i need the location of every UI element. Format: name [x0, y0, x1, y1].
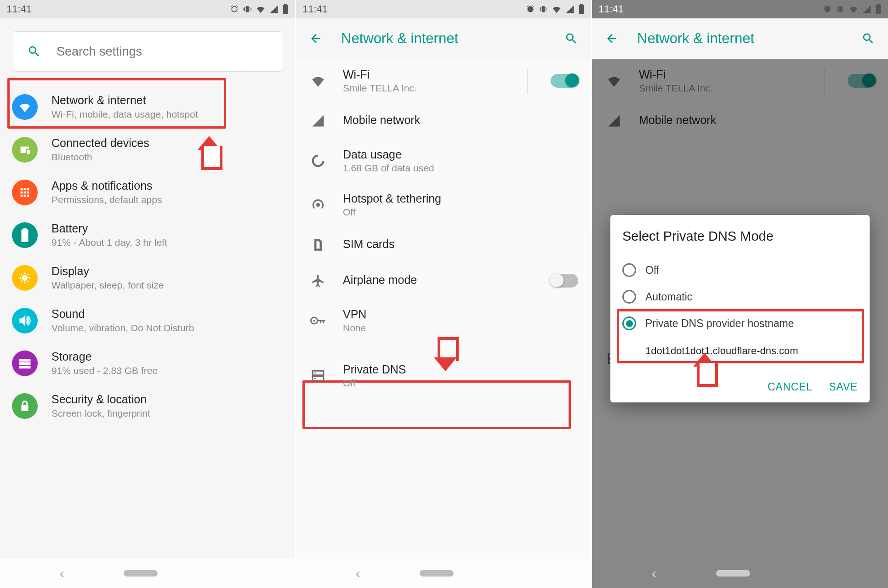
item-display[interactable]: DisplayWallpaper, sleep, font size: [0, 256, 295, 299]
storage-icon: [18, 356, 32, 370]
vpn-key-icon: [310, 315, 326, 326]
radio-off[interactable]: Off: [622, 257, 858, 283]
item-battery[interactable]: Battery91% - About 1 day, 3 hr left: [0, 214, 295, 256]
svg-point-0: [316, 203, 320, 207]
cancel-button[interactable]: CANCEL: [768, 381, 813, 393]
page-title: Network & internet: [341, 30, 546, 47]
battery-icon: [20, 228, 29, 242]
battery-icon: [875, 4, 882, 14]
item-sound[interactable]: SoundVolume, vibration, Do Not Disturb: [0, 299, 295, 342]
item-wifi[interactable]: Wi-FiSmile TELLA Inc.: [296, 59, 591, 103]
svg-point-2: [313, 320, 315, 322]
airplane-icon: [311, 273, 325, 288]
nav-bar: ‹: [296, 559, 591, 588]
nav-bar: ‹: [0, 559, 295, 588]
settings-list: Network & internetWi-Fi, mobile, data us…: [0, 76, 295, 559]
wifi-icon: [18, 100, 32, 114]
wifi-toggle[interactable]: [551, 74, 578, 88]
signal-icon: [565, 5, 575, 14]
nav-home[interactable]: [124, 570, 158, 577]
item-vpn[interactable]: VPNNone: [296, 299, 591, 343]
search-icon[interactable]: [861, 32, 875, 45]
item-hotspot[interactable]: Hotspot & tetheringOff: [296, 183, 591, 227]
status-bar: 11:41: [0, 0, 295, 18]
annotation-arrow: [693, 353, 716, 385]
devices-icon: [18, 143, 31, 156]
airplane-toggle[interactable]: [551, 274, 578, 288]
vibrate-icon: [539, 5, 548, 14]
save-button[interactable]: SAVE: [829, 381, 858, 393]
clock: 11:41: [6, 3, 32, 15]
wifi-icon: [256, 4, 266, 14]
item-network[interactable]: Network & internetWi-Fi, mobile, data us…: [0, 85, 295, 128]
data-usage-icon: [311, 153, 325, 168]
sound-icon: [18, 314, 31, 327]
svg-point-4: [314, 378, 316, 379]
nav-home[interactable]: [716, 570, 750, 577]
annotation-highlight: [617, 309, 864, 363]
item-data-usage[interactable]: Data usage1.68 GB of data used: [296, 139, 591, 183]
signal-icon: [311, 114, 325, 128]
wifi-icon: [552, 4, 562, 14]
radio-automatic[interactable]: Automatic: [622, 283, 858, 310]
hotspot-icon: [311, 198, 325, 212]
vibrate-icon: [836, 5, 845, 14]
svg-point-3: [314, 372, 316, 373]
search-icon: [27, 45, 41, 58]
nav-back[interactable]: ‹: [652, 565, 656, 581]
status-bar: 11:41: [592, 0, 888, 18]
item-mobile[interactable]: Mobile network: [296, 103, 591, 139]
back-icon[interactable]: [309, 32, 323, 45]
dns-icon: [311, 368, 325, 383]
app-bar: Network & internet: [592, 18, 888, 59]
signal-icon: [269, 5, 279, 14]
alarm-icon: [526, 5, 535, 14]
nav-back[interactable]: ‹: [60, 565, 64, 581]
search-placeholder: Search settings: [57, 45, 142, 59]
lock-icon: [19, 400, 31, 412]
nav-bar: ‹: [592, 559, 888, 588]
nav-back[interactable]: ‹: [356, 565, 360, 581]
radio-icon: [622, 263, 636, 277]
brightness-icon: [18, 271, 32, 285]
item-private-dns[interactable]: Private DNSOff: [296, 354, 591, 398]
nav-home[interactable]: [420, 570, 454, 577]
search-settings[interactable]: Search settings: [13, 31, 282, 72]
item-security[interactable]: Security & locationScreen lock, fingerpr…: [0, 384, 295, 427]
app-bar: Network & internet: [296, 18, 591, 59]
screen-settings: 11:41 Search settings Network & internet…: [0, 0, 296, 588]
search-icon[interactable]: [564, 32, 578, 45]
item-apps[interactable]: Apps & notificationsPermissions, default…: [0, 171, 295, 214]
item-airplane[interactable]: Airplane mode: [296, 263, 591, 299]
page-title: Network & internet: [637, 30, 843, 47]
item-connected-devices[interactable]: Connected devicesBluetooth: [0, 128, 295, 171]
radio-icon: [622, 290, 636, 304]
clock: 11:41: [302, 3, 328, 15]
item-storage[interactable]: Storage91% used - 2.83 GB free: [0, 342, 295, 384]
dialog-title: Select Private DNS Mode: [622, 229, 858, 244]
battery-icon: [578, 4, 585, 14]
wifi-icon: [310, 73, 326, 89]
screen-network: 11:41 Network & internet Wi-FiSmile TELL…: [296, 0, 592, 588]
signal-icon: [862, 5, 871, 14]
screen-dns-dialog: 11:41 Network & internet Wi-FiSmile TELL…: [592, 0, 888, 588]
item-sim[interactable]: SIM cards: [296, 227, 591, 263]
clock: 11:41: [598, 3, 624, 15]
dns-dialog: Select Private DNS Mode Off Automatic Pr…: [610, 215, 870, 402]
apps-icon: [18, 186, 31, 199]
wifi-icon: [848, 4, 859, 14]
alarm-icon: [823, 5, 832, 14]
sim-icon: [312, 237, 324, 252]
back-icon[interactable]: [605, 32, 619, 45]
vibrate-icon: [243, 5, 252, 14]
status-bar: 11:41: [296, 0, 591, 18]
battery-icon: [282, 4, 289, 14]
alarm-icon: [230, 5, 239, 14]
